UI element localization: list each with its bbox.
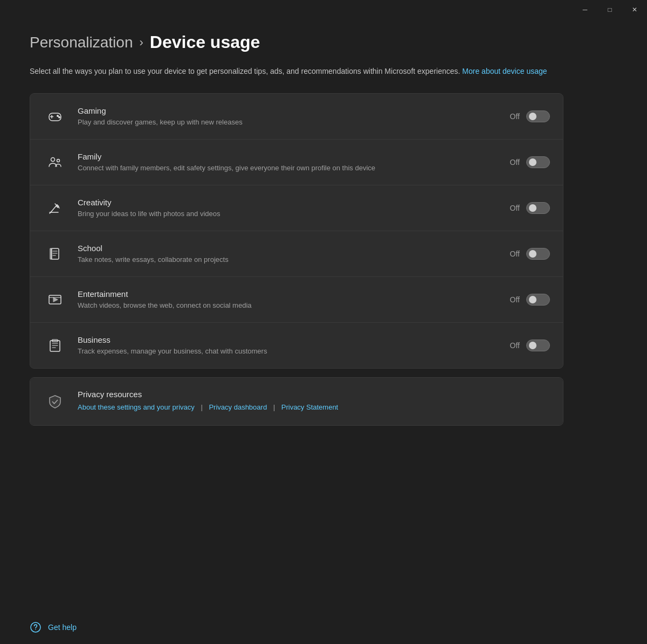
privacy-content: Privacy resources About these settings a… — [78, 390, 550, 411]
business-toggle[interactable] — [526, 340, 550, 351]
school-text: School Take notes, write essays, collabo… — [78, 244, 497, 265]
entertainment-text: Entertainment Watch videos, browse the w… — [78, 289, 497, 310]
svg-rect-19 — [50, 341, 60, 351]
main-content: Personalization › Device usage Select al… — [0, 0, 593, 447]
settings-list: Gaming Play and discover games, keep up … — [30, 93, 563, 369]
school-status: Off — [510, 250, 520, 258]
svg-point-25 — [35, 629, 36, 630]
creativity-status: Off — [510, 204, 520, 212]
privacy-section-wrapper: Privacy resources About these settings a… — [30, 377, 563, 426]
svg-marker-17 — [53, 297, 58, 302]
gaming-status: Off — [510, 112, 520, 121]
business-icon — [43, 334, 67, 357]
close-button[interactable]: ✕ — [622, 0, 647, 19]
privacy-links: About these settings and your privacy | … — [78, 403, 550, 411]
school-title: School — [78, 244, 497, 253]
business-control: Off — [510, 340, 550, 351]
school-desc: Take notes, write essays, collaborate on… — [78, 255, 497, 265]
creativity-control: Off — [510, 202, 550, 214]
entertainment-desc: Watch videos, browse the web, connect on… — [78, 301, 497, 310]
business-status: Off — [510, 341, 520, 350]
privacy-section: Privacy resources About these settings a… — [30, 378, 563, 425]
help-icon — [30, 621, 42, 633]
gaming-text: Gaming Play and discover games, keep up … — [78, 106, 497, 127]
entertainment-toggle[interactable] — [526, 294, 550, 306]
bottom-bar: Get help — [0, 611, 647, 644]
creativity-toggle[interactable] — [526, 202, 550, 214]
more-about-link[interactable]: More about device usage — [462, 67, 547, 75]
privacy-separator-1: | — [201, 403, 202, 411]
page-description: Select all the ways you plan to use your… — [30, 65, 558, 77]
minimize-button[interactable]: ─ — [573, 0, 597, 19]
business-title: Business — [78, 335, 497, 344]
entertainment-status: Off — [510, 295, 520, 304]
family-control: Off — [510, 156, 550, 168]
creativity-item: Creativity Bring your ideas to life with… — [30, 185, 563, 231]
school-toggle[interactable] — [526, 248, 550, 260]
family-item: Family Connect with family members, edit… — [30, 140, 563, 185]
svg-rect-11 — [51, 248, 59, 259]
gaming-control: Off — [510, 110, 550, 122]
business-desc: Track expenses, manage your business, ch… — [78, 347, 497, 356]
maximize-button[interactable]: □ — [597, 0, 622, 19]
school-control: Off — [510, 248, 550, 260]
business-item: Business Track expenses, manage your bus… — [30, 323, 563, 368]
breadcrumb-current: Device usage — [150, 32, 260, 52]
family-icon — [43, 150, 67, 174]
entertainment-control: Off — [510, 294, 550, 306]
gaming-item: Gaming Play and discover games, keep up … — [30, 94, 563, 140]
school-icon — [43, 242, 67, 266]
privacy-statement-link[interactable]: Privacy Statement — [281, 403, 339, 411]
privacy-shield-icon — [43, 390, 67, 413]
gaming-toggle[interactable] — [526, 110, 550, 122]
svg-point-3 — [57, 115, 58, 116]
family-status: Off — [510, 158, 520, 167]
privacy-title: Privacy resources — [78, 390, 550, 399]
breadcrumb-parent[interactable]: Personalization — [30, 34, 133, 51]
creativity-desc: Bring your ideas to life with photos and… — [78, 209, 497, 219]
privacy-separator-2: | — [273, 403, 275, 411]
breadcrumb: Personalization › Device usage — [30, 32, 563, 52]
entertainment-title: Entertainment — [78, 289, 497, 299]
title-bar: ─ □ ✕ — [573, 0, 647, 19]
gaming-title: Gaming — [78, 106, 497, 115]
creativity-title: Creativity — [78, 198, 497, 207]
creativity-text: Creativity Bring your ideas to life with… — [78, 198, 497, 219]
gamepad-icon — [43, 105, 67, 128]
entertainment-icon — [43, 288, 67, 311]
svg-point-5 — [51, 158, 55, 162]
school-item: School Take notes, write essays, collabo… — [30, 231, 563, 277]
family-desc: Connect with family members, edit safety… — [78, 163, 497, 173]
business-text: Business Track expenses, manage your bus… — [78, 335, 497, 356]
svg-point-4 — [59, 117, 60, 118]
creativity-icon — [43, 196, 67, 220]
family-text: Family Connect with family members, edit… — [78, 152, 497, 173]
entertainment-item: Entertainment Watch videos, browse the w… — [30, 277, 563, 323]
privacy-dashboard-link[interactable]: Privacy dashboard — [209, 403, 267, 411]
family-title: Family — [78, 152, 497, 161]
breadcrumb-separator: › — [139, 36, 143, 50]
family-toggle[interactable] — [526, 156, 550, 168]
get-help-link[interactable]: Get help — [48, 623, 77, 632]
gaming-desc: Play and discover games, keep up with ne… — [78, 117, 497, 127]
svg-point-6 — [57, 160, 60, 162]
privacy-settings-link[interactable]: About these settings and your privacy — [78, 403, 195, 411]
